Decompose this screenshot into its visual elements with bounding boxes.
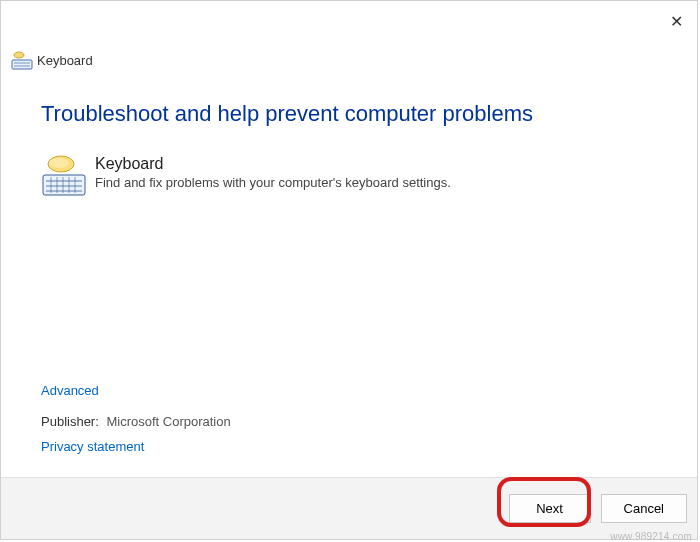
page-heading: Troubleshoot and help prevent computer p… [41, 101, 657, 127]
header-keyboard-label: Keyboard [11, 51, 93, 69]
item-title: Keyboard [95, 155, 451, 173]
svg-rect-6 [43, 175, 85, 195]
troubleshooter-item: Keyboard Find and fix problems with your… [41, 155, 657, 197]
publisher-value: Microsoft Corporation [106, 414, 230, 429]
advanced-link[interactable]: Advanced [41, 383, 231, 398]
keyboard-icon [11, 51, 31, 69]
links-section: Advanced Publisher: Microsoft Corporatio… [41, 383, 231, 470]
close-button[interactable]: ✕ [661, 7, 691, 35]
privacy-link[interactable]: Privacy statement [41, 439, 231, 454]
next-button[interactable]: Next [509, 494, 591, 523]
titlebar: ✕ [1, 1, 697, 41]
header-title: Keyboard [37, 53, 93, 68]
cancel-button[interactable]: Cancel [601, 494, 687, 523]
close-icon: ✕ [670, 12, 683, 31]
svg-point-5 [49, 158, 69, 168]
publisher-line: Publisher: Microsoft Corporation [41, 414, 231, 429]
content-area: Troubleshoot and help prevent computer p… [41, 101, 657, 197]
publisher-label: Publisher: [41, 414, 99, 429]
button-bar: Next Cancel [1, 477, 697, 539]
svg-rect-1 [12, 60, 32, 69]
item-description: Find and fix problems with your computer… [95, 175, 451, 190]
keyboard-large-icon [41, 155, 83, 197]
watermark-text: www.989214.com [610, 531, 692, 542]
svg-point-0 [14, 52, 24, 58]
troubleshooter-window: ✕ Keyboard Troubleshoot and help prevent… [0, 0, 698, 540]
item-text: Keyboard Find and fix problems with your… [95, 155, 451, 190]
